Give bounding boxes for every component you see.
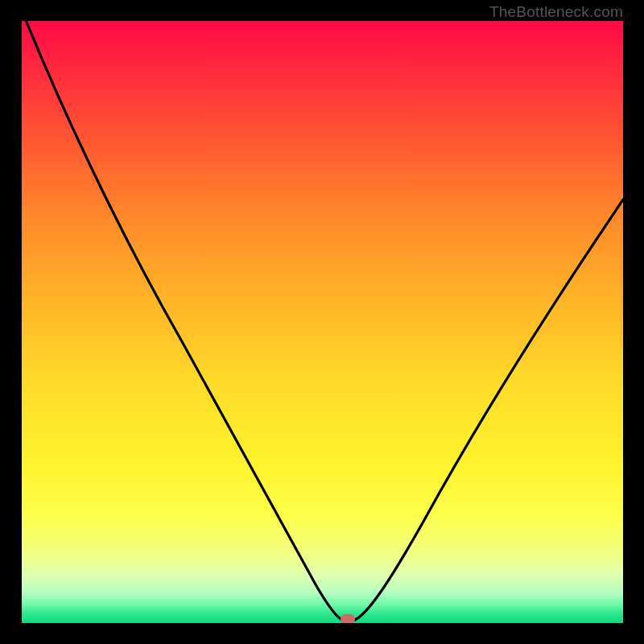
curve-layer	[22, 21, 623, 623]
watermark-text: TheBottleneck.com	[489, 3, 623, 21]
bottleneck-curve-path	[24, 21, 623, 620]
balance-marker	[341, 614, 355, 623]
plot-area	[22, 21, 623, 623]
bottleneck-chart: TheBottleneck.com	[0, 0, 644, 644]
